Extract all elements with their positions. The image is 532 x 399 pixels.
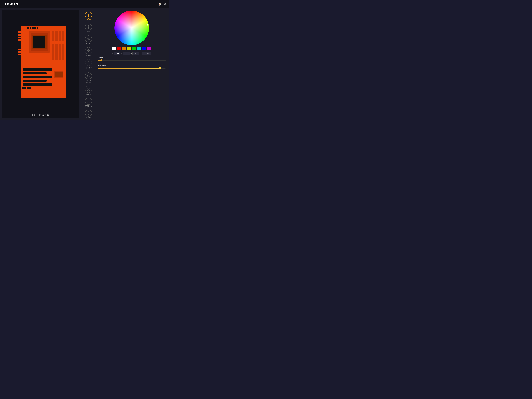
svg-rect-12 [52, 31, 54, 41]
brightness-track[interactable] [98, 68, 165, 69]
svg-rect-5 [18, 49, 21, 50]
swatch-yellow[interactable] [127, 47, 131, 50]
mode-pulse[interactable]: PULSE [82, 34, 95, 45]
off-icon [85, 24, 92, 31]
svg-rect-1 [18, 31, 21, 33]
svg-point-55 [89, 113, 89, 113]
double-flash-icon [85, 59, 92, 66]
swatch-white[interactable] [112, 47, 116, 50]
svg-rect-30 [34, 27, 36, 29]
svg-rect-6 [18, 51, 21, 53]
speed-label: Speed [98, 57, 165, 59]
svg-rect-20 [23, 69, 52, 71]
main-area: B450 AORUS PRO [0, 8, 169, 120]
svg-rect-24 [23, 83, 52, 86]
mode-color-cycle[interactable]: COLOR CYCLE [82, 71, 95, 84]
swatch-purple[interactable] [147, 47, 152, 50]
mode-double-flash[interactable]: DOUBLE FLASH [82, 58, 95, 71]
svg-rect-19 [62, 44, 64, 60]
mode-static[interactable]: STATIC [82, 11, 95, 22]
swatch-green[interactable] [132, 47, 136, 50]
svg-rect-11 [33, 36, 45, 48]
svg-rect-31 [37, 27, 38, 29]
swatch-blue[interactable] [142, 47, 146, 50]
random-icon [85, 98, 92, 105]
svg-rect-7 [18, 54, 21, 56]
double-flash-label: DOUBLE FLASH [85, 66, 92, 70]
motherboard-label: B450 AORUS PRO [32, 114, 50, 116]
svg-rect-17 [55, 44, 57, 60]
brightness-section: Brightness [97, 64, 166, 71]
brightness-fill [98, 68, 160, 69]
svg-rect-15 [62, 31, 64, 41]
svg-rect-13 [55, 31, 57, 41]
off-label: OFF [87, 31, 90, 32]
modes-column: STATIC OFF PULSE [81, 8, 96, 120]
g-label: G [121, 52, 122, 54]
svg-line-42 [87, 16, 88, 16]
b-label: B [130, 52, 132, 54]
game-icon [85, 110, 92, 116]
svg-rect-14 [58, 31, 61, 41]
static-icon [85, 12, 92, 19]
color-wheel[interactable] [114, 11, 149, 45]
game-label: GAME [86, 117, 91, 119]
svg-rect-28 [30, 27, 31, 29]
music-label: MUSIC [86, 93, 91, 95]
color-cycle-icon [85, 72, 92, 79]
speed-track[interactable] [98, 60, 165, 61]
color-swatches [97, 47, 166, 50]
pulse-label: PULSE [86, 43, 91, 44]
svg-point-56 [89, 113, 89, 114]
svg-line-41 [89, 14, 90, 14]
svg-rect-18 [58, 44, 61, 60]
svg-rect-16 [52, 44, 54, 60]
mode-random[interactable]: RANDOM [82, 97, 95, 108]
mode-music[interactable]: ♪ MUSIC [82, 85, 95, 96]
header: FUSION 🏠 ⚙ [0, 0, 169, 8]
speed-thumb[interactable] [100, 59, 102, 61]
r-label: R [112, 52, 113, 54]
swatch-cyan[interactable] [137, 47, 141, 50]
svg-rect-27 [27, 27, 29, 29]
swatch-orange[interactable] [122, 47, 126, 50]
b-input[interactable] [133, 52, 139, 55]
svg-text:♪: ♪ [88, 89, 89, 90]
svg-rect-22 [23, 76, 52, 78]
color-wheel-container[interactable] [114, 11, 149, 45]
hash-label: # [140, 52, 141, 54]
header-accent [76, 0, 169, 0]
svg-marker-46 [87, 61, 90, 63]
r-input[interactable] [114, 52, 120, 55]
hex-input[interactable] [141, 52, 152, 55]
home-icon[interactable]: 🏠 [158, 2, 162, 6]
mode-game[interactable]: GAME [82, 108, 95, 120]
brightness-label: Brightness [98, 64, 165, 67]
swatch-red[interactable] [117, 47, 121, 50]
rgb-inputs-row: R G B # [97, 52, 166, 55]
svg-point-34 [88, 14, 89, 16]
svg-rect-21 [23, 72, 47, 74]
svg-rect-29 [32, 27, 34, 29]
flash-label: FLASH [86, 55, 91, 56]
svg-rect-54 [88, 113, 89, 113]
mode-off[interactable]: OFF [82, 22, 95, 34]
svg-rect-26 [55, 72, 63, 77]
wheel-cursor [146, 24, 148, 26]
right-panel: R G B # Speed Brightness [96, 8, 169, 120]
brightness-thumb[interactable] [159, 67, 161, 69]
random-label: RANDOM [85, 105, 92, 107]
music-icon: ♪ [85, 86, 92, 93]
mode-flash[interactable]: FLASH [82, 46, 95, 57]
svg-rect-4 [18, 39, 21, 41]
app-title: FUSION [3, 2, 18, 6]
svg-line-39 [87, 14, 88, 14]
header-icons: 🏠 ⚙ [158, 2, 166, 6]
motherboard-panel: B450 AORUS PRO [2, 10, 79, 118]
g-input[interactable] [123, 52, 130, 55]
svg-rect-32 [22, 87, 26, 89]
static-label: STATIC [86, 19, 91, 21]
settings-icon[interactable]: ⚙ [164, 2, 166, 6]
pulse-icon [85, 35, 92, 42]
svg-rect-3 [18, 37, 21, 38]
